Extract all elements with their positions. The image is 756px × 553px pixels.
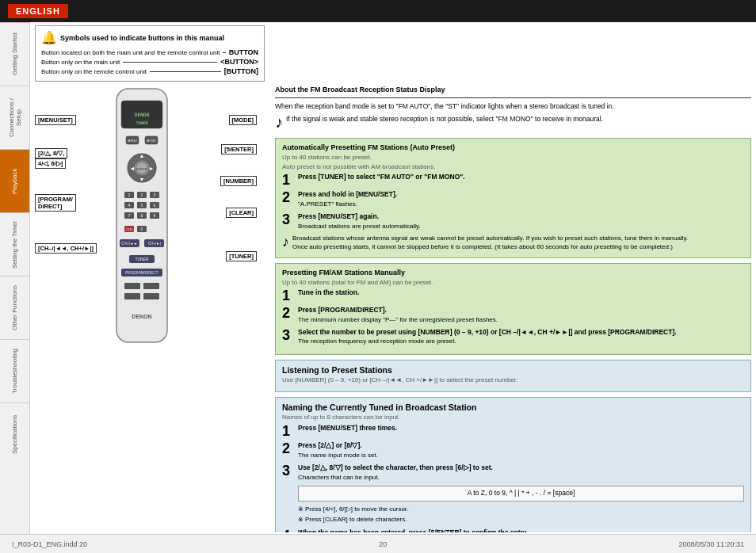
svg-text:4: 4: [128, 203, 131, 208]
svg-text:3: 3: [154, 193, 156, 197]
svg-text:DENON: DENON: [135, 112, 149, 117]
label-five-enter: [5/ENTER]: [221, 144, 257, 154]
auto-preset-note1: Broadcast stations whose antenna signal …: [292, 235, 688, 242]
char-table: A to Z, 0 to 9, ^ | | * + , - . / = [spa…: [298, 486, 744, 502]
top-bar: ENGLISH: [0, 0, 756, 22]
sidebar-item-playback[interactable]: Playback: [0, 149, 29, 212]
svg-text:▼: ▼: [139, 177, 145, 182]
remote-area: [MENU/SET] [2/△, 8/▽, 4/◁, 6/▷] [PROGRAM…: [35, 85, 257, 386]
auto-preset-sub1: Up to 40 stations can be preset.: [282, 154, 744, 161]
manual-step-content-1: Tune in the station.: [298, 288, 744, 303]
naming-note1: Press [4/<], 6/[▷] to move the cursor.: [298, 505, 744, 513]
manual-step-content-3: Select the number to be preset using [NU…: [298, 328, 744, 347]
right-content: About the FM Broadcast Reception Status …: [275, 85, 751, 532]
label-menu-set: [MENU/SET]: [35, 115, 76, 125]
label-mode: [MODE]: [229, 115, 258, 125]
naming-step3: 3 Use [2/△, 8/▽] to select the character…: [282, 463, 744, 525]
sidebar: Getting Started Connections / Setup Play…: [0, 22, 30, 534]
auto-preset-title: Automatically Presetting FM Stations (Au…: [282, 143, 744, 151]
manual-step-num-2: 2: [282, 306, 295, 325]
naming-note2: Press [CLEAR] to delete characters.: [298, 515, 744, 524]
svg-text:ENTER: ENTER: [136, 167, 147, 171]
auto-preset-note2: Once auto presetting starts, it cannot b…: [292, 243, 688, 250]
note-icon-2: ♪: [282, 235, 289, 249]
page-number: 20: [379, 540, 387, 548]
language-badge: ENGLISH: [8, 4, 68, 18]
manual-step3: 3 Select the number to be preset using […: [282, 328, 744, 347]
content-row: [MENU/SET] [2/△, 8/▽, 4/◁, 6/▷] [PROGRAM…: [35, 85, 751, 532]
svg-text:TUNER: TUNER: [136, 120, 148, 125]
manual-step2: 2 Press [PROGRAM/DIRECT]. The minimum nu…: [282, 306, 744, 325]
sidebar-item-timer[interactable]: Setting the Timer: [0, 212, 29, 276]
listening-body: Use [NUMBER] (0 – 9, +10) or [CH –/|◄◄, …: [282, 376, 744, 383]
step-num-2: 2: [282, 190, 295, 209]
step-num-3: 3: [282, 212, 295, 231]
listening-title: Listening to Preset Stations: [282, 365, 744, 375]
remote-svg: DENON TUNER MENU MODE ▲ ▼: [110, 85, 174, 346]
step-content-1: Press [TUNER] to select "FM AUTO" or "FM…: [298, 173, 744, 187]
svg-text:8: 8: [141, 213, 143, 218]
manual-step-num-3: 3: [282, 328, 295, 347]
svg-rect-47: [143, 283, 159, 289]
svg-text:MENU: MENU: [128, 139, 137, 143]
svg-text:1: 1: [128, 193, 131, 197]
svg-text:MODE: MODE: [147, 139, 156, 143]
auto-preset-sub2: Auto preset is not possible with AM broa…: [282, 163, 744, 170]
naming-step-content-2: Press [2/△] or [8/▽]. The name input mod…: [298, 441, 744, 460]
svg-text:9: 9: [154, 213, 156, 218]
main-content: Getting Started Connections / Setup Play…: [0, 22, 756, 534]
preset-manual-sub: Up to 40 stations (total for FM and AM) …: [282, 279, 744, 286]
naming-step4: 4 When the name has been entered, press …: [282, 528, 744, 532]
naming-step-num-1: 1: [282, 424, 295, 438]
naming-step-num-3: 3: [282, 463, 295, 525]
naming-step-content-4: When the name has been entered, press [5…: [298, 528, 744, 532]
auto-preset-box: Automatically Presetting FM Stations (Au…: [275, 138, 751, 258]
svg-text:TUNER: TUNER: [135, 257, 149, 261]
svg-text:▲: ▲: [139, 153, 145, 158]
svg-text:6: 6: [154, 203, 156, 208]
naming-title: Naming the Currently Tuned in Broadcast …: [282, 402, 744, 412]
footer-date: 2008/05/30 11:20:31: [678, 540, 744, 548]
label-number: [NUMBER]: [220, 176, 257, 186]
svg-rect-48: [124, 293, 140, 299]
symbol-row-1: Button located on both the main unit and…: [41, 48, 258, 56]
svg-text:DENON: DENON: [132, 314, 151, 319]
preset-manual-title: Presetting FM/AM Stations Manually: [282, 269, 744, 276]
note-icon-1: ♪: [275, 114, 283, 130]
about-title: About the FM Broadcast Reception Status …: [275, 85, 751, 98]
sidebar-item-specifications[interactable]: Specifications: [0, 402, 29, 466]
preset-manual-box: Presetting FM/AM Stations Manually Up to…: [275, 263, 751, 356]
svg-text:2: 2: [141, 193, 143, 197]
bottom-bar: I_R03-D1_ENG.indd 20 20 2008/05/30 11:20…: [0, 534, 756, 553]
naming-step-num-2: 2: [282, 441, 295, 460]
svg-text:◄: ◄: [130, 166, 136, 171]
listening-box: Listening to Preset Stations Use [NUMBER…: [275, 360, 751, 392]
manual-step-content-2: Press [PROGRAM/DIRECT]. The minimum numb…: [298, 306, 744, 325]
sidebar-item-troubleshooting[interactable]: Troubleshooting: [0, 339, 29, 402]
svg-text:CH+/►|: CH+/►|: [148, 242, 161, 246]
auto-preset-step3: 3 Press [MENU/SET] again. Broadcast stat…: [282, 212, 744, 231]
svg-text:PROGRAM/DIRECT: PROGRAM/DIRECT: [125, 271, 158, 275]
step-num-1: 1: [282, 173, 295, 187]
label-clear: [CLEAR]: [226, 208, 257, 218]
svg-rect-49: [143, 293, 159, 299]
step-content-2: Press and hold in [MENU/SET]. "A.PRESET"…: [298, 190, 744, 209]
symbol-row-3: Button only on the remote control unit […: [41, 67, 258, 75]
symbol-box: 🔔 Symbols used to indicate buttons in th…: [35, 25, 265, 82]
sidebar-item-getting-started[interactable]: Getting Started: [0, 22, 29, 86]
auto-preset-notes: Broadcast stations whose antenna signal …: [292, 235, 688, 250]
auto-preset-step2: 2 Press and hold in [MENU/SET]. "A.PRESE…: [282, 190, 744, 209]
svg-text:5: 5: [141, 203, 143, 208]
sidebar-item-connections[interactable]: Connections / Setup: [0, 86, 29, 149]
naming-step1: 1 Press [MENU/SET] three times.: [282, 424, 744, 438]
sidebar-item-other[interactable]: Other Functions: [0, 276, 29, 339]
about-section: About the FM Broadcast Reception Status …: [275, 85, 751, 133]
auto-preset-step1: 1 Press [TUNER] to select "FM AUTO" or "…: [282, 173, 744, 187]
svg-text:►: ►: [149, 166, 155, 171]
naming-step-num-4: 4: [282, 528, 295, 532]
naming-sub: Names of up to 8 characters can be input…: [282, 414, 744, 421]
about-body2: If the signal is weak and stable stereo …: [286, 114, 603, 124]
naming-box: Naming the Currently Tuned in Broadcast …: [275, 397, 751, 532]
svg-text:CLR: CLR: [126, 227, 132, 231]
svg-text:0: 0: [141, 227, 143, 231]
